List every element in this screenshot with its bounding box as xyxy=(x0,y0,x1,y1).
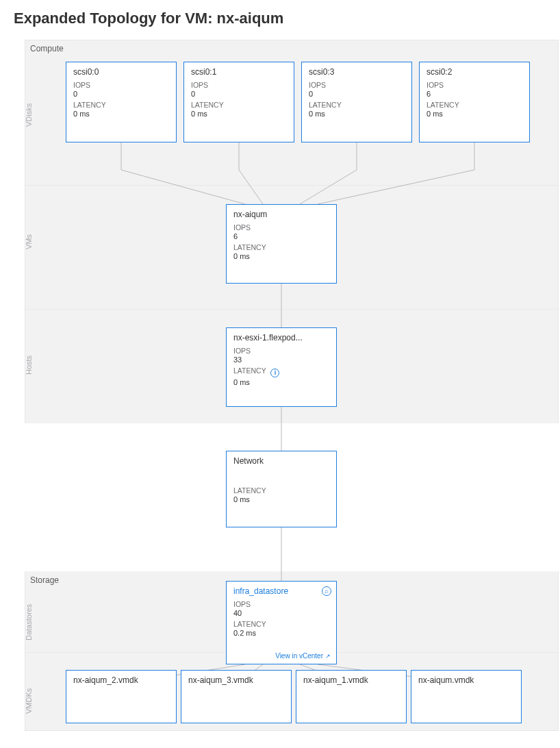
metric-value-iops: 6 xyxy=(427,90,522,98)
metric-label-latency: LATENCY xyxy=(309,101,405,109)
vdisk-node[interactable]: scsi0:0 IOPS 0 LATENCY 0 ms xyxy=(66,62,177,142)
vm-node[interactable]: nx-aiqum IOPS 6 LATENCY 0 ms xyxy=(226,204,337,284)
metric-label-iops: IOPS xyxy=(427,81,522,89)
metric-label-iops: IOPS xyxy=(233,600,329,608)
metric-label-latency: LATENCY xyxy=(73,101,169,109)
metric-value-latency: 0 ms xyxy=(191,110,287,118)
node-title: nx-aiqum_3.vmdk xyxy=(188,675,284,685)
vmdk-node[interactable]: nx-aiqum_2.vmdk xyxy=(66,670,177,723)
metric-label-latency: LATENCY xyxy=(191,101,287,109)
magnify-icon[interactable]: ⌕ xyxy=(322,586,331,596)
datastore-node[interactable]: infra_datastore ⌕ IOPS 40 LATENCY 0.2 ms… xyxy=(226,581,337,664)
metric-label-iops: IOPS xyxy=(309,81,405,89)
metric-label-latency: LATENCY xyxy=(233,620,329,628)
metric-value-latency: 0 ms xyxy=(233,495,329,503)
metric-label-latency: LATENCY xyxy=(427,101,522,109)
node-title: nx-esxi-1.flexpod... xyxy=(233,333,329,342)
view-in-vcenter-text: View in vCenter xyxy=(275,652,323,660)
network-node[interactable]: Network LATENCY 0 ms xyxy=(226,451,337,527)
metric-label-iops: IOPS xyxy=(191,81,287,89)
vmdk-node[interactable]: nx-aiqum.vmdk xyxy=(411,670,522,723)
node-title: nx-aiqum_1.vmdk xyxy=(303,675,399,685)
vdisk-node[interactable]: scsi0:1 IOPS 0 LATENCY 0 ms xyxy=(183,62,294,142)
metric-label-latency: LATENCY xyxy=(233,486,329,495)
metric-label-latency: LATENCY xyxy=(233,243,329,251)
node-title: nx-aiqum xyxy=(233,210,329,219)
node-title: nx-aiqum_2.vmdk xyxy=(73,675,169,685)
vmdk-node[interactable]: nx-aiqum_1.vmdk xyxy=(296,670,407,723)
metric-value-iops: 0 xyxy=(191,90,287,98)
metric-value-latency: 0 ms xyxy=(233,378,329,386)
metric-label-iops: IOPS xyxy=(73,81,169,89)
metric-value-iops: 0 xyxy=(309,90,405,98)
metric-label-latency-text: LATENCY xyxy=(233,366,266,375)
topology-canvas: Compute Storage VDisks VMs Hosts Datasto… xyxy=(25,40,559,732)
metric-value-iops: 33 xyxy=(233,356,329,364)
host-node[interactable]: nx-esxi-1.flexpod... IOPS 33 LATENCY i 0… xyxy=(226,327,337,407)
info-icon[interactable]: i xyxy=(270,369,279,377)
node-title: scsi0:2 xyxy=(427,67,522,77)
node-title: Network xyxy=(233,456,329,466)
node-title: nx-aiqum.vmdk xyxy=(418,675,514,685)
metric-value-iops: 0 xyxy=(73,90,169,98)
metric-value-iops: 40 xyxy=(233,609,329,617)
vmdk-node[interactable]: nx-aiqum_3.vmdk xyxy=(181,670,292,723)
view-in-vcenter-link[interactable]: View in vCenter↗ xyxy=(275,652,331,660)
metric-label-iops: IOPS xyxy=(233,347,329,355)
node-title: scsi0:0 xyxy=(73,67,169,77)
metric-value-latency: 0 ms xyxy=(309,110,405,118)
metric-value-latency: 0 ms xyxy=(73,110,169,118)
node-title-link[interactable]: infra_datastore xyxy=(233,586,329,596)
external-link-icon: ↗ xyxy=(325,653,331,660)
vdisk-node[interactable]: scsi0:3 IOPS 0 LATENCY 0 ms xyxy=(301,62,412,142)
metric-label-latency: LATENCY i xyxy=(233,366,329,377)
metric-value-iops: 6 xyxy=(233,232,329,240)
metric-value-latency: 0 ms xyxy=(427,110,522,118)
metric-value-latency: 0.2 ms xyxy=(233,629,329,637)
vdisk-node[interactable]: scsi0:2 IOPS 6 LATENCY 0 ms xyxy=(419,62,530,142)
metric-value-latency: 0 ms xyxy=(233,252,329,260)
metric-label-iops: IOPS xyxy=(233,223,329,232)
page-title: Expanded Topology for VM: nx-aiqum xyxy=(14,10,548,27)
node-title: scsi0:1 xyxy=(191,67,287,77)
node-title: scsi0:3 xyxy=(309,67,405,77)
